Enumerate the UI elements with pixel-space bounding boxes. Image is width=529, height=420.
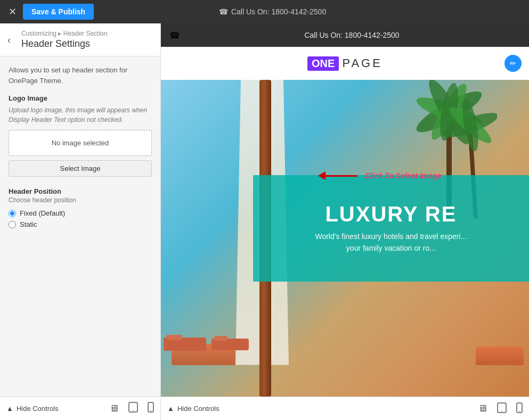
desktop-icon[interactable]: 🖥 bbox=[109, 403, 119, 414]
logo-section-label: Logo Image bbox=[9, 94, 152, 102]
preview-hide-label: Hide Controls bbox=[177, 405, 219, 413]
preview-hide-icon: ▲ bbox=[167, 405, 174, 413]
preview-area: ☎ Call Us On: 1800-4142-2500 ONE PAGE ✏ bbox=[161, 23, 529, 420]
phone-icon: ☎ bbox=[219, 7, 228, 16]
select-image-button[interactable]: Select Image bbox=[9, 160, 152, 177]
header-position-sublabel: Choose header position bbox=[9, 196, 152, 204]
preview-bottom-bar: ▲ Hide Controls 🖥 bbox=[161, 397, 529, 420]
lounge-chair-2 bbox=[476, 347, 524, 365]
radio-fixed-input[interactable] bbox=[9, 210, 16, 217]
preview-phone-icon: ☎ bbox=[169, 30, 180, 40]
back-arrow-button[interactable]: ‹ bbox=[7, 34, 11, 45]
hide-controls-button[interactable]: ▲ Hide Controls bbox=[6, 405, 59, 413]
radio-fixed[interactable]: Fixed (Default) bbox=[9, 209, 152, 217]
radio-fixed-label: Fixed (Default) bbox=[20, 209, 65, 217]
lounge-chairs-svg bbox=[161, 327, 267, 359]
topbar-phone-text: Call Us On: 1800-4142-2500 bbox=[231, 7, 326, 16]
sidebar-bottom: ▲ Hide Controls 🖥 bbox=[0, 397, 160, 420]
bottom-icons: 🖥 bbox=[109, 402, 154, 415]
logo-one: ONE bbox=[307, 56, 339, 71]
hide-controls-icon: ▲ bbox=[6, 405, 13, 413]
main-layout: ‹ Customizing ▸ Header Section Header Se… bbox=[0, 23, 529, 420]
tablet-icon[interactable] bbox=[128, 402, 138, 415]
radio-static-label: Static bbox=[20, 220, 37, 228]
sidebar-header: ‹ Customizing ▸ Header Section Header Se… bbox=[0, 23, 160, 56]
edit-icon-button[interactable]: ✏ bbox=[504, 55, 522, 72]
preview-mobile-icon[interactable] bbox=[516, 402, 523, 415]
hide-controls-label: Hide Controls bbox=[17, 405, 59, 413]
svg-rect-17 bbox=[214, 336, 227, 341]
sidebar: ‹ Customizing ▸ Header Section Header Se… bbox=[0, 23, 161, 420]
hero-subtitle: World's finest luxury hotels and travel … bbox=[315, 230, 467, 254]
breadcrumb-section: Header Section bbox=[63, 30, 108, 37]
sidebar-content: Allows you to set up header section for … bbox=[0, 56, 160, 397]
mobile-icon[interactable] bbox=[148, 402, 154, 415]
breadcrumb-root: Customizing bbox=[21, 30, 56, 37]
position-radio-group: Fixed (Default) Static bbox=[9, 209, 152, 228]
sidebar-description: Allows you to set up header section for … bbox=[9, 65, 152, 86]
close-button[interactable]: ✕ bbox=[9, 7, 17, 17]
hero-teal-overlay: LUXURY RE World's finest luxury hotels a… bbox=[253, 175, 529, 282]
preview-phone-text: Call Us On: 1800-4142-2500 bbox=[183, 31, 520, 39]
image-placeholder: No image selected bbox=[9, 130, 152, 156]
logo-page: PAGE bbox=[342, 56, 382, 70]
breadcrumb: Customizing ▸ Header Section bbox=[21, 30, 152, 37]
top-bar: ✕ Save & Publish ☎ Call Us On: 1800-4142… bbox=[0, 0, 529, 23]
radio-static-input[interactable] bbox=[9, 221, 16, 228]
preview-logo-bar: ONE PAGE ✏ bbox=[161, 47, 529, 80]
svg-rect-15 bbox=[166, 335, 182, 340]
preview-tablet-icon[interactable] bbox=[497, 402, 507, 415]
preview-hero: LUXURY RE World's finest luxury hotels a… bbox=[161, 80, 529, 397]
preview-bottom-icons: 🖥 bbox=[478, 402, 523, 415]
breadcrumb-separator: ▸ bbox=[58, 30, 63, 37]
logo-section-sublabel: Upload logo image, this image will appea… bbox=[9, 105, 152, 125]
topbar-phone: ☎ Call Us On: 1800-4142-2500 bbox=[94, 7, 451, 16]
no-image-text: No image selected bbox=[52, 139, 109, 147]
sidebar-title: Header Settings bbox=[21, 38, 152, 50]
preview-header-bar: ☎ Call Us On: 1800-4142-2500 bbox=[161, 23, 529, 47]
preview-desktop-icon[interactable]: 🖥 bbox=[478, 403, 487, 414]
hero-title: LUXURY RE bbox=[325, 202, 457, 226]
header-position-label: Header Position bbox=[9, 187, 152, 195]
edit-icon: ✏ bbox=[510, 59, 516, 68]
preview-hide-controls-button[interactable]: ▲ Hide Controls bbox=[167, 405, 219, 413]
radio-static[interactable]: Static bbox=[9, 220, 152, 228]
hero-background: LUXURY RE World's finest luxury hotels a… bbox=[161, 80, 529, 397]
save-publish-button[interactable]: Save & Publish bbox=[23, 4, 94, 20]
